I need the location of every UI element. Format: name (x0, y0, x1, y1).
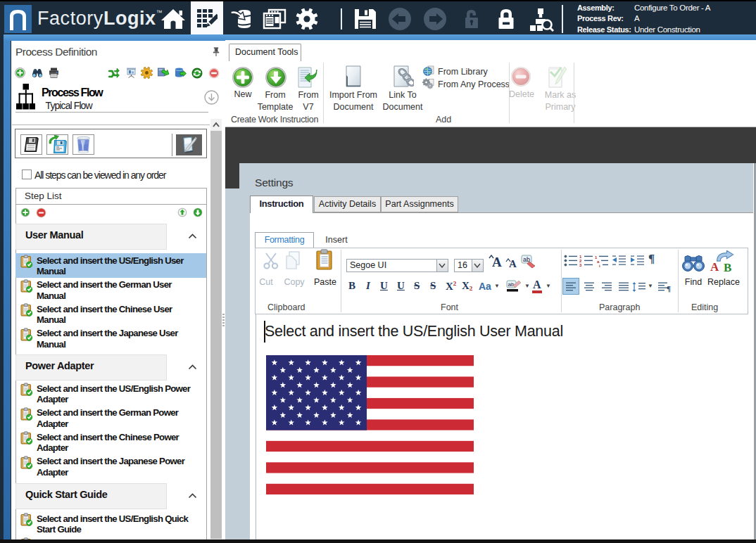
svg-text:ab: ab (508, 281, 515, 288)
svg-text:¶: ¶ (667, 284, 671, 293)
svg-text:3: 3 (579, 263, 582, 267)
svg-text:A: A (710, 260, 719, 273)
svg-text:i: i (599, 264, 600, 268)
svg-text:B: B (724, 261, 731, 273)
